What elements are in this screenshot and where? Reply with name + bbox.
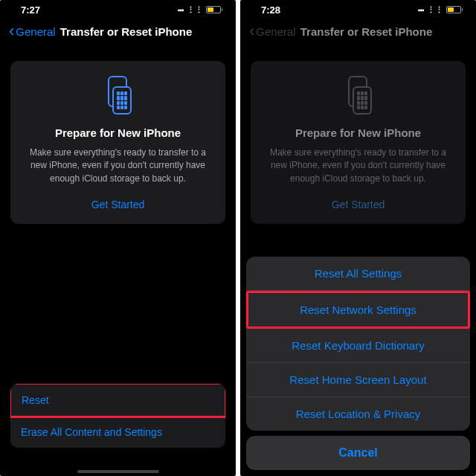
nav-header: ‹ General Transfer or Reset iPhone [0, 16, 236, 48]
phones-icon [22, 76, 213, 115]
status-right: ▪▪▪ ⋮⋮ [178, 5, 222, 15]
prepare-card: Prepare for New iPhone Make sure everyth… [251, 61, 466, 224]
reset-home-screen-layout[interactable]: Reset Home Screen Layout [246, 363, 470, 397]
status-bar: 7:28 ▪▪▪ ⋮⋮ [240, 0, 476, 16]
phones-icon [263, 76, 454, 115]
reset-location-privacy[interactable]: Reset Location & Privacy [246, 397, 470, 431]
back-button[interactable]: General [16, 25, 55, 38]
options-list: Reset Erase All Content and Settings [10, 384, 225, 448]
back-chevron-icon: ‹ [249, 23, 254, 39]
reset-keyboard-dictionary[interactable]: Reset Keyboard Dictionary [246, 329, 470, 363]
status-bar: 7:27 ▪▪▪ ⋮⋮ [0, 0, 236, 16]
status-time: 7:28 [261, 4, 280, 16]
cancel-button[interactable]: Cancel [246, 436, 470, 470]
back-chevron-icon[interactable]: ‹ [9, 23, 14, 39]
battery-icon [446, 6, 463, 13]
sheet-options: Reset All Settings Reset Network Setting… [246, 257, 470, 431]
reset-action-sheet: Reset All Settings Reset Network Setting… [246, 257, 470, 470]
page-title: Transfer or Reset iPhone [60, 25, 193, 38]
wifi-icon: ⋮⋮ [187, 5, 203, 15]
home-indicator [77, 470, 159, 473]
status-time: 7:27 [21, 4, 40, 16]
get-started-button[interactable]: Get Started [22, 199, 213, 210]
card-body: Make sure everything's ready to transfer… [22, 147, 213, 185]
highlight-reset: Reset [10, 384, 225, 418]
card-heading: Prepare for New iPhone [263, 126, 454, 139]
reset-row[interactable]: Reset [11, 385, 225, 416]
status-right: ▪▪▪ ⋮⋮ [418, 5, 463, 15]
page-title: Transfer or Reset iPhone [300, 25, 433, 38]
back-button: General [256, 25, 295, 38]
battery-icon [206, 6, 223, 13]
get-started-button: Get Started [263, 199, 454, 210]
cellular-icon: ▪▪▪ [178, 6, 184, 14]
card-heading: Prepare for New iPhone [22, 126, 213, 139]
prepare-card: Prepare for New iPhone Make sure everyth… [10, 61, 225, 224]
wifi-icon: ⋮⋮ [427, 5, 443, 15]
screenshot-right: 7:28 ▪▪▪ ⋮⋮ ‹ General Transfer or Reset … [240, 0, 476, 476]
nav-header: ‹ General Transfer or Reset iPhone [240, 16, 476, 48]
card-body: Make sure everything's ready to transfer… [263, 147, 454, 185]
reset-all-settings[interactable]: Reset All Settings [246, 257, 470, 291]
reset-network-settings[interactable]: Reset Network Settings [246, 291, 470, 329]
cellular-icon: ▪▪▪ [418, 6, 424, 14]
screenshot-left: 7:27 ▪▪▪ ⋮⋮ ‹ General Transfer or Reset … [0, 0, 236, 476]
erase-row[interactable]: Erase All Content and Settings [10, 416, 225, 448]
